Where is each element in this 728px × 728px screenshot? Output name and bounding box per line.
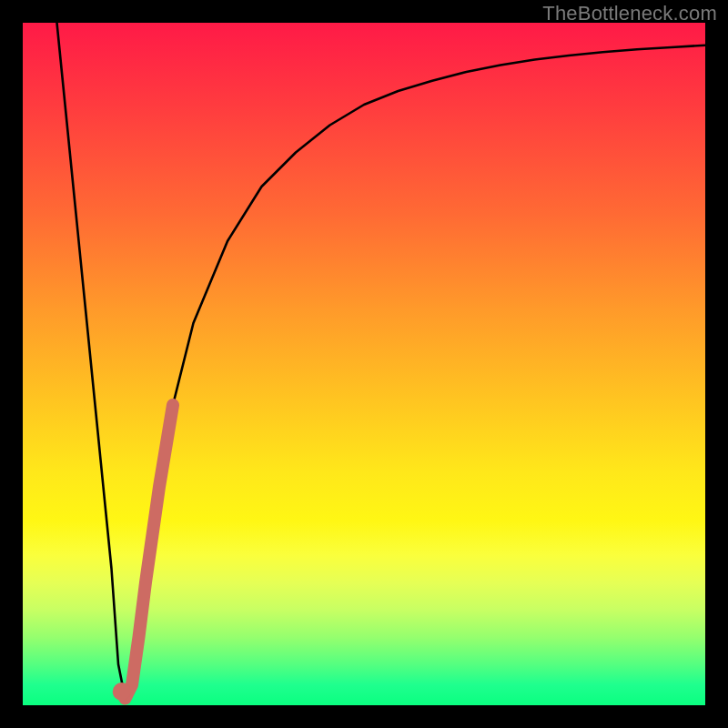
highlight-segment [122, 405, 173, 699]
plot-area [23, 23, 705, 705]
highlight-dot [113, 682, 131, 701]
bottleneck-curve [57, 23, 706, 699]
chart-svg [23, 23, 705, 705]
chart-frame: TheBottleneck.com [0, 0, 728, 728]
